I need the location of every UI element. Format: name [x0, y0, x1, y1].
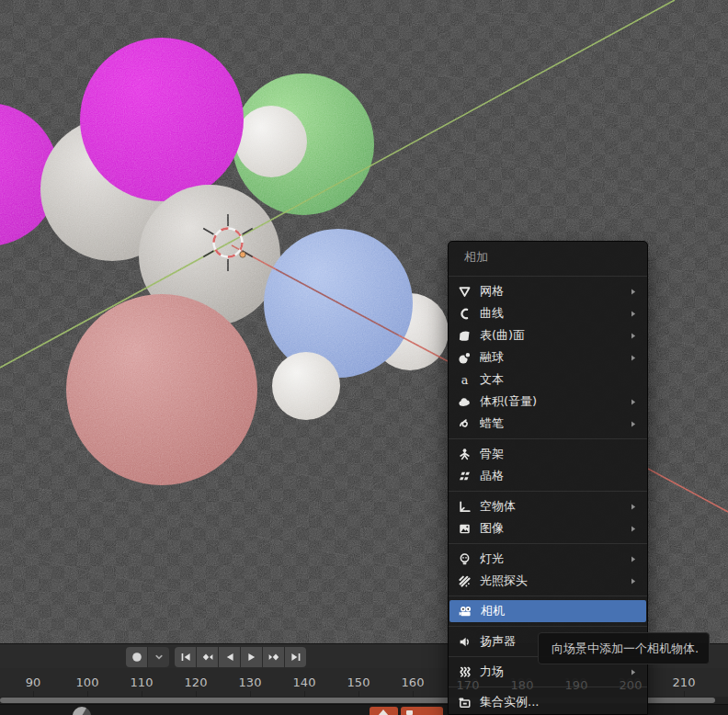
- empty-icon: [457, 499, 472, 514]
- menu-item-mesh[interactable]: 网格: [449, 280, 647, 302]
- menu-item-label: 力场: [480, 664, 627, 680]
- submenu-arrow-icon: [627, 285, 640, 298]
- svg-text:a: a: [461, 373, 468, 387]
- playhead-arrow-marker[interactable]: [370, 707, 398, 715]
- menu-item-label: 融球: [480, 349, 627, 366]
- menu-item-label: 蜡笔: [480, 415, 627, 432]
- menu-item-label: 灯光: [480, 550, 627, 567]
- menu-item-metaball[interactable]: 融球: [449, 346, 647, 369]
- jump-end-icon: [290, 651, 302, 664]
- submenu-arrow-icon: [627, 307, 640, 320]
- menu-item-light[interactable]: 灯光: [449, 548, 647, 570]
- submenu-arrow-icon: [627, 351, 640, 364]
- play-icon: [245, 651, 258, 664]
- next-keyframe-button[interactable]: [263, 647, 284, 667]
- menu-separator: [449, 491, 647, 492]
- playhead-frame-box[interactable]: [401, 707, 443, 715]
- volume-icon: [457, 394, 472, 409]
- menu-item-surface[interactable]: 表(曲)面: [449, 324, 647, 346]
- prev-keyframe-button[interactable]: [197, 647, 218, 667]
- collection-icon: [457, 695, 472, 709]
- record-options-dropdown[interactable]: [148, 647, 169, 667]
- menu-item-label: 图像: [480, 520, 627, 537]
- record-button-group: [126, 647, 169, 667]
- frame-label-90: 90: [26, 675, 41, 689]
- menu-item-label: 网格: [480, 283, 627, 300]
- submenu-arrow-icon: [627, 329, 640, 342]
- submenu-arrow-icon: [627, 665, 640, 678]
- menu-item-label: 体积(音量): [480, 393, 627, 410]
- menu-item-label: 空物体: [480, 498, 627, 515]
- menu-item-curve[interactable]: 曲线: [449, 302, 647, 324]
- speaker-icon: [457, 634, 472, 649]
- menu-item-lattice[interactable]: 晶格: [449, 465, 647, 487]
- submenu-arrow-icon: [627, 417, 640, 430]
- menu-item-image[interactable]: 图像: [449, 517, 647, 539]
- frame-number-fragment: [406, 710, 413, 715]
- frame-label-120: 120: [185, 675, 208, 689]
- menu-item-label: 集合实例...: [480, 694, 627, 710]
- menu-item-camera[interactable]: 相机: [449, 600, 646, 622]
- menu-item-label: 骨架: [480, 446, 627, 462]
- light-probe-icon: [457, 573, 472, 588]
- jump-to-end-button[interactable]: [285, 647, 306, 667]
- metaball-icon: [457, 350, 472, 365]
- frame-label-100: 100: [76, 675, 99, 689]
- play-button[interactable]: [241, 647, 262, 667]
- no-arrow: [627, 470, 640, 482]
- menu-item-empty[interactable]: 空物体: [449, 495, 647, 517]
- menu-separator: [449, 626, 647, 627]
- mesh-icon: [457, 284, 472, 299]
- up-arrow-icon: [378, 709, 389, 715]
- record-button[interactable]: [126, 647, 147, 667]
- jump-to-start-button[interactable]: [175, 647, 196, 667]
- image-icon: [457, 521, 472, 536]
- camera-icon: [458, 604, 472, 619]
- blender-3d-viewport-window: 90100110120130140150160170180190200210 相…: [0, 0, 728, 715]
- menu-item-collection-instance[interactable]: 集合实例...: [449, 691, 647, 713]
- menu-separator: [449, 596, 647, 596]
- force-field-icon: [457, 664, 472, 679]
- tooltip-text: 向场景中添加一个相机物体.: [552, 641, 699, 657]
- no-arrow: [626, 605, 639, 618]
- jump-start-icon: [179, 651, 192, 664]
- play-reverse-button[interactable]: [219, 647, 240, 667]
- menu-separator: [449, 543, 647, 544]
- text-icon: a: [457, 372, 472, 387]
- grease-pencil-icon: [457, 416, 472, 431]
- lattice-icon: [457, 469, 472, 483]
- menu-item-label: 相机: [481, 603, 626, 619]
- menu-item-text[interactable]: a文本: [449, 369, 647, 391]
- frame-label-140: 140: [293, 675, 316, 689]
- frame-label-150: 150: [347, 675, 370, 689]
- submenu-arrow-icon: [627, 500, 640, 513]
- submenu-arrow-icon: [627, 574, 640, 587]
- menu-item-volume[interactable]: 体积(音量): [449, 391, 647, 413]
- menu-item-label: 文本: [480, 371, 627, 388]
- menu-item-grease-pencil[interactable]: 蜡笔: [449, 413, 647, 435]
- next-keyframe-icon: [267, 651, 280, 664]
- menu-separator: [449, 687, 647, 687]
- menu-separator: [449, 438, 647, 439]
- menu-item-label: 光照探头: [480, 573, 627, 589]
- frame-label-160: 160: [402, 675, 425, 689]
- chevron-down-icon: [153, 651, 165, 664]
- surface-icon: [457, 328, 472, 343]
- submenu-arrow-icon: [627, 522, 640, 535]
- submenu-arrow-icon: [627, 395, 640, 408]
- light-icon: [457, 551, 472, 566]
- prev-keyframe-icon: [201, 651, 214, 664]
- frame-label-210: 210: [673, 675, 696, 689]
- transport-controls: [175, 647, 306, 667]
- partial-editor-icon: [73, 707, 91, 715]
- menu-item-light-probe[interactable]: 光照探头: [449, 570, 647, 592]
- no-arrow: [627, 373, 640, 386]
- record-icon: [131, 651, 143, 664]
- armature-icon: [457, 447, 472, 461]
- menu-item-armature[interactable]: 骨架: [449, 443, 647, 465]
- menu-item-label: 晶格: [480, 468, 627, 484]
- tooltip: 向场景中添加一个相机物体.: [538, 632, 710, 664]
- submenu-arrow-icon: [627, 552, 640, 565]
- curve-icon: [457, 306, 472, 321]
- frame-label-110: 110: [131, 675, 154, 689]
